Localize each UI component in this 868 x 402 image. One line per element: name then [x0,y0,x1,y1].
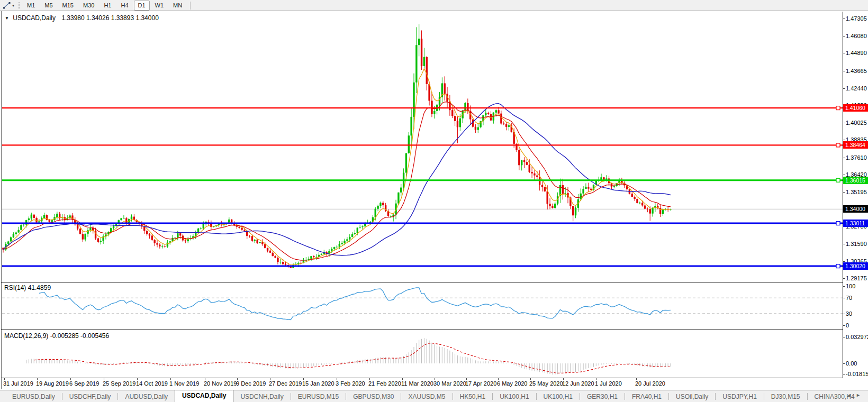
date-axis-label: 3 Feb 2020 [336,380,365,387]
tab-audusd-daily[interactable]: AUDUSD,Daily [118,391,175,402]
timeframe-button-m15[interactable]: M15 [58,1,78,11]
macd-axis-label: -0.018154 [846,371,868,377]
rsi-axis-tick [843,325,845,326]
mt4-window: ▾ M1M5M15M30H1H4D1W1MN ▼ USDCAD,Daily 1.… [0,0,868,402]
tool-dropdown-caret-icon[interactable]: ▾ [12,3,14,8]
price-axis-tick [843,278,845,279]
date-axis-tick [270,378,270,380]
price-axis-tick [843,88,845,89]
timeframe-button-m1[interactable]: M1 [23,1,39,11]
rsi-axis-label: 70 [846,295,852,301]
date-axis-tick [530,378,531,380]
macd-axis-tick [843,374,845,374]
price-axis-label: 1.35195 [846,189,867,195]
price-axis-tick [843,53,845,53]
date-axis-label: 31 Jul 2019 [3,380,33,387]
main-chart-plot[interactable] [2,12,843,282]
date-axis-tick [170,378,171,380]
chart-window-left-border [1,11,2,389]
hline-handle[interactable] [836,143,840,147]
tab-gbpusd-m30[interactable]: GBPUSD,M30 [346,391,401,402]
date-axis-tick [596,378,596,380]
candles-group [2,24,671,268]
macd-signal-line [34,343,671,373]
date-axis-tick [369,378,370,380]
tab-usdjpy-h1[interactable]: USDJPY,H1 [716,391,763,402]
rsi-axis-tick [843,286,845,287]
timeframe-toolbar: ▾ M1M5M15M30H1H4D1W1MN [0,0,868,11]
price-axis-tick [843,175,845,175]
chart-tab-bar: EURUSD,DailyUSDCHF,DailyAUDUSD,DailyUSDC… [0,390,868,402]
macd-axis-label: 0.00 [846,360,857,367]
price-axis-label: 1.46080 [846,33,867,39]
tab-eurusd-m15[interactable]: EURUSD,M15 [291,391,346,402]
hline-handle[interactable] [836,264,840,268]
price-level-badge: 1.36015 [843,177,868,184]
tab-scroll-arrows: ◄► [847,392,865,398]
tab-usoil-daily[interactable]: USOil,Daily [669,391,715,402]
date-axis-tick [402,378,403,380]
price-axis-tick [843,140,845,140]
date-axis-label: 11 Mar 2020 [401,380,433,387]
timeframe-button-mn[interactable]: MN [169,1,186,11]
price-axis-label: 1.47305 [846,15,867,22]
date-axis-label: 30 Mar 2020 [433,380,466,387]
chart-symbol-label: USDCAD,Daily [13,14,56,22]
tab-uk100-h1[interactable]: UK100,H1 [493,391,536,402]
rsi-line [39,288,671,320]
chart-menu-icon[interactable]: ▼ [5,16,9,21]
date-axis-tick [466,378,467,380]
tab-fra40-h1[interactable]: FRA40,H1 [625,391,668,402]
price-level-badge: 1.33011 [843,220,868,227]
date-axis-tick [337,378,337,380]
tab-usdchf-daily[interactable]: USDCHF,Daily [62,391,118,402]
price-level-badge: 1.41060 [843,104,868,112]
tab-scroll-right-icon[interactable]: ► [856,392,865,398]
date-axis-label: 6 Sep 2019 [69,380,99,387]
tab-hk50-h1[interactable]: HK50,H1 [453,391,493,402]
macd-histogram [26,338,671,374]
tab-uk100-h1[interactable]: UK100,H1 [537,391,580,402]
date-axis-label: 25 May 2020 [529,380,563,387]
timeframe-button-m5[interactable]: M5 [40,1,57,11]
rsi-axis-tick [843,298,845,298]
ma-slow-line [3,104,671,255]
tab-usdcad-daily[interactable]: USDCAD,Daily [175,390,233,402]
date-axis-label: 1 Nov 2019 [169,380,199,387]
timeframe-button-w1[interactable]: W1 [151,1,168,11]
rsi-axis-label: 30 [846,310,852,317]
timeframe-button-m30[interactable]: M30 [79,1,98,11]
hline-handle[interactable] [836,178,840,182]
crosshair-tool-icon[interactable] [2,1,12,10]
date-axis-label: 6 May 2020 [497,380,527,387]
date-axis-tick [563,378,564,380]
tab-usdcnh-daily[interactable]: USDCNH,Daily [233,391,290,402]
date-axis-tick [636,378,637,380]
date-axis-tick [70,378,71,380]
macd-axis-tick [843,337,845,337]
rsi-panel-plot[interactable] [2,282,843,330]
chart-header: ▼ USDCAD,Daily 1.33980 1.34026 1.33893 1… [5,14,159,22]
tab-ger30-h1[interactable]: GER30,H1 [580,391,625,402]
macd-panel-plot[interactable] [2,330,843,378]
timeframe-button-d1[interactable]: D1 [134,1,150,11]
hline-handle[interactable] [836,106,840,110]
tab-scroll-left-icon[interactable]: ◄ [847,392,856,398]
date-axis-tick [303,378,304,380]
date-axis-label: 15 Jan 2020 [302,380,334,387]
hline-handle[interactable] [836,222,840,225]
price-level-badge: 1.30020 [843,262,868,270]
date-axis-tick [37,378,38,380]
price-axis-tick [843,36,845,36]
price-axis-label: 1.43665 [846,68,867,74]
price-axis-tick [843,71,845,71]
tab-dj30-m15[interactable]: DJ30,M15 [764,391,807,402]
date-axis-label: 17 Apr 2020 [465,380,496,387]
tab-xauusd-m5[interactable]: XAUUSD,M5 [401,391,452,402]
timeframe-button-h4[interactable]: H4 [116,1,132,11]
date-axis-tick [498,378,499,380]
timeframe-button-h1[interactable]: H1 [100,1,115,11]
tab-eurusd-daily[interactable]: EURUSD,Daily [5,391,62,402]
date-axis-tick [4,378,5,380]
date-axis-label: 19 Aug 2019 [36,380,69,387]
